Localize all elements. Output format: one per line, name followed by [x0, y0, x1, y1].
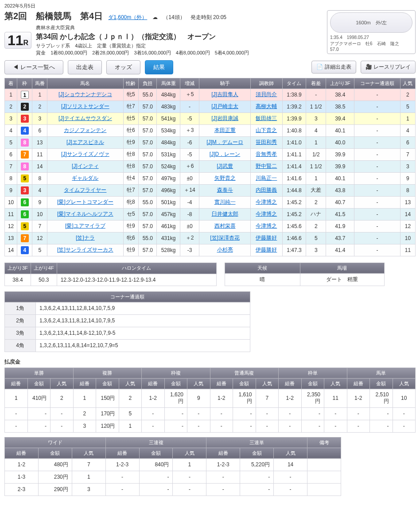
corner-label: 1角	[5, 302, 36, 314]
payout-subhead: 人気	[393, 378, 416, 389]
payout-category: 備考	[307, 437, 341, 448]
horse-link[interactable]: [笠]サンライズサーカス	[57, 247, 113, 253]
payout-subhead: 組番	[5, 378, 28, 389]
entries-button[interactable]: 出走表	[68, 60, 102, 74]
horse-link[interactable]: [愛]グレートコマンダー	[57, 199, 113, 205]
horse-link[interactable]: [愛]マイネルヘルツアス	[57, 211, 113, 217]
col-pop: 人気	[400, 78, 415, 89]
trainer-link[interactable]: 山下貴之	[256, 127, 277, 133]
horse-link[interactable]: [J]インティ	[72, 163, 99, 169]
corner-order: 1,3,2,6,13,11,4,8,14=12,10,7,9=5	[36, 339, 250, 352]
corner-order: 1,3,6,2,4,13,11,12,8,14,10,7,5,9	[36, 302, 250, 314]
trainer-link[interactable]: 今津博之	[256, 223, 277, 229]
weather-table: 天候 馬場 晴 ダート 稍重	[225, 263, 385, 286]
record-weight: 57.0	[330, 47, 412, 52]
trainer-link[interactable]: 野中賢二	[256, 163, 277, 169]
trainer-link[interactable]: 伊藤勝好	[256, 247, 277, 253]
payout-subhead: 金額	[96, 378, 119, 389]
v-last3f: 38.4	[5, 274, 31, 286]
odds-button[interactable]: オッズ	[106, 60, 140, 74]
horse-link[interactable]: ギャルダル	[72, 175, 98, 181]
waku-badge: 3	[21, 186, 29, 194]
col-sexage: 性齢	[123, 78, 139, 89]
payout-subhead: 組番	[206, 448, 240, 458]
horse-link[interactable]: [J]ソリストサンダー	[61, 103, 109, 109]
trainer-link[interactable]: 伊藤勝好	[256, 235, 277, 241]
payout-category: 馬単	[347, 368, 416, 378]
horse-link[interactable]: タイムフライヤー	[64, 187, 106, 193]
trainer-link[interactable]: 川島正一	[256, 175, 277, 181]
jockey-link[interactable]: [J]戸崎圭太	[211, 103, 238, 109]
trainer-link[interactable]: 内田勝義	[256, 187, 277, 193]
payout-category: 三連複	[105, 437, 206, 448]
horse-link[interactable]: [J]サンライズノヴァ	[61, 151, 109, 157]
race-prize: 賞金 1着80,000,000円 2着28,000,000円 3着16,000,…	[36, 49, 249, 57]
trainer-link[interactable]: 高柳大輔	[256, 103, 277, 109]
corner-table: コーナー通過順 1角 1,3,6,2,4,13,11,12,8,14,10,7,…	[4, 291, 250, 352]
jockey-link[interactable]: 臼井健太郎	[212, 211, 238, 217]
col-margin: 着差	[306, 78, 326, 89]
payout-subhead: 金額	[27, 378, 51, 389]
waku-badge: 7	[21, 151, 29, 159]
corner-label: 4角	[5, 339, 36, 352]
col-trainer: 調教師	[250, 78, 282, 89]
trainer-link[interactable]: 笹田和秀	[256, 139, 277, 145]
payout-table-2: ワイド三連複三連単備考 組番金額人気組番金額人気組番金額人気 1-2480円71…	[4, 437, 341, 496]
horse-link[interactable]: カジノフォンテン	[64, 127, 106, 133]
v-halon: 12.3-12.0-12.3-12.0-11.9-12.1-12.9-13.4	[57, 274, 216, 286]
jockey-link[interactable]: [J]D．レーン	[210, 151, 240, 157]
jockey-link[interactable]: 森泰斗	[217, 187, 233, 193]
col-rank: 着	[5, 78, 17, 89]
payout-table-1: 単勝複勝枠複普通馬複枠単馬単 組番金額人気組番金額人気組番金額人気組番金額人気組…	[4, 368, 416, 433]
back-button[interactable]: ◀ レース一覧へ	[4, 60, 63, 74]
payout-subhead: 組番	[73, 378, 96, 389]
table-row: 1069[愛]グレートコマンダー牝855.0501kg-4實川純一今津博之1:4…	[5, 196, 416, 208]
waku-badge: 1	[21, 91, 29, 99]
jockey-link[interactable]: [J]吉田隼人	[211, 91, 238, 97]
col-wt: 負担	[139, 78, 157, 89]
corner-label: 3角	[5, 327, 36, 339]
table-row: 5813[J]エアスピネル牡957.0484kg-6[J]M．デムーロ笹田和秀1…	[5, 136, 416, 148]
trainer-link[interactable]: 今津博之	[256, 211, 277, 217]
waku-badge: 4	[21, 246, 29, 254]
horse-link[interactable]: [J]テイエムサウスダン	[58, 115, 112, 121]
jockey-link[interactable]: 西村栄喜	[214, 223, 236, 229]
jockey-link[interactable]: [J]M．デムーロ	[206, 139, 243, 145]
table-row: 333[J]テイエムサウスダン牡557.0541kg-5[J]岩田康誠飯田雄三1…	[5, 112, 416, 124]
trainer-link[interactable]: 須貝尚介	[256, 91, 277, 97]
detail-entries-button[interactable]: 📄 詳細出走表	[311, 61, 356, 74]
replay-button[interactable]: 🎥 レースリプレイ	[361, 61, 416, 74]
course-link[interactable]: ダ1,600m（外）	[108, 14, 147, 21]
horse-link[interactable]: [J]エアスピネル	[66, 139, 104, 145]
table-row: 934タイムフライヤー牡757.0496kg＋14森泰斗内田勝義1:44.8大差…	[5, 184, 416, 196]
waku-badge: 6	[21, 210, 29, 218]
horse-link[interactable]: [J]ショウナンナデシコ	[58, 91, 112, 97]
h-last3f: 上がり3F	[5, 263, 31, 274]
payout-subhead: 人気	[274, 448, 307, 458]
jockey-link[interactable]: [J]岩田康誠	[211, 115, 238, 121]
jockey-link[interactable]: 實川純一	[214, 199, 236, 205]
payout-subhead: 人気	[51, 378, 74, 389]
result-button[interactable]: 結果	[145, 60, 173, 74]
jockey-link[interactable]: 矢野貴之	[214, 175, 236, 181]
jockey-link[interactable]: 小杉亮	[217, 247, 233, 253]
payout-subhead: 金額	[233, 378, 256, 389]
jockey-link[interactable]: [J]武豊	[217, 163, 233, 169]
race-number: 11	[8, 32, 23, 48]
trainer-link[interactable]: 今津博之	[256, 199, 277, 205]
payout-category: 複勝	[73, 368, 142, 378]
horse-link[interactable]: [笠]ナラ	[76, 235, 95, 241]
jockey-link[interactable]: 本田正重	[214, 127, 236, 133]
payout-subhead: 人気	[187, 378, 210, 389]
payout-subhead: 金額	[164, 378, 187, 389]
payout-row: 1410円21150円21-21,620円91-21,610円71-22,350…	[5, 389, 416, 407]
trainer-link[interactable]: 飯田雄三	[256, 115, 277, 121]
toolbar: ◀ レース一覧へ 出走表 オッズ 結果 📄 詳細出走表 🎥 レースリプレイ	[4, 60, 416, 74]
horse-link[interactable]: [愛]ユアマイラブ	[65, 223, 105, 229]
v-last4f: 50.3	[31, 274, 57, 286]
h-halon: ハロンタイム	[57, 263, 216, 274]
waku-badge: 7	[21, 234, 29, 242]
jockey-link[interactable]: [笠]深澤杏花	[210, 235, 240, 241]
waku-badge: 5	[21, 222, 29, 230]
trainer-link[interactable]: 音無秀孝	[256, 151, 277, 157]
